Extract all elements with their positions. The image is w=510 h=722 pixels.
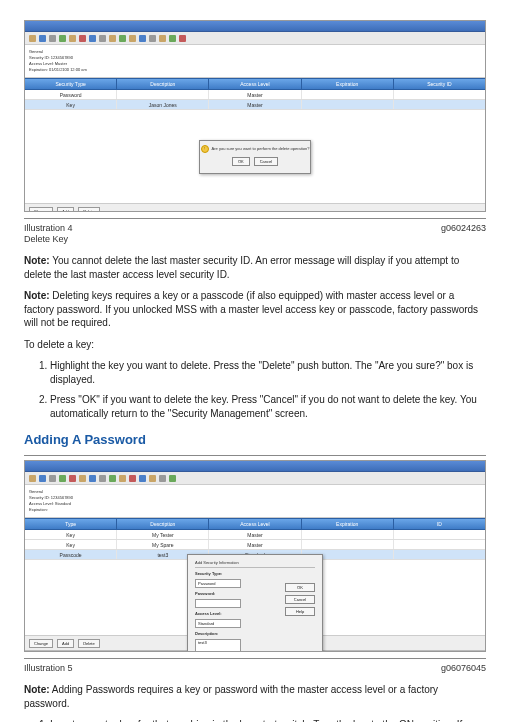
toolbar-icon[interactable] (119, 35, 126, 42)
toolbar-icon[interactable] (29, 35, 36, 42)
cell-level: Master (209, 530, 301, 539)
th-description: Description (117, 519, 209, 529)
app-toolbar (25, 472, 485, 485)
change-button[interactable]: Change (29, 207, 53, 213)
cell-exp (302, 540, 394, 549)
toolbar-icon[interactable] (169, 35, 176, 42)
dialog-title: Add Security Information (195, 560, 315, 568)
add-button[interactable]: Add (57, 639, 74, 648)
toolbar-icon[interactable] (139, 35, 146, 42)
toolbar-icon[interactable] (29, 475, 36, 482)
access-level-select[interactable]: Standard (195, 619, 241, 628)
note-paragraph: Note: Deleting keys requires a key or a … (24, 289, 486, 330)
table-header: Security Type Description Access Level E… (25, 78, 485, 90)
screenshot-add-password: General Security ID: 1234567890 Access L… (24, 460, 486, 652)
cancel-button[interactable]: Cancel (285, 595, 315, 604)
password-input[interactable] (195, 599, 241, 608)
toolbar-icon[interactable] (119, 475, 126, 482)
toolbar-icon[interactable] (109, 475, 116, 482)
paragraph: To delete a key: (24, 338, 486, 352)
cell-id (394, 540, 485, 549)
illustration-code: g06024263 (441, 223, 486, 233)
window-titlebar (25, 21, 485, 32)
info-expiration: Expiration: (29, 507, 48, 512)
list-item: Highlight the key you want to delete. Pr… (50, 359, 486, 386)
toolbar-icon[interactable] (129, 35, 136, 42)
toolbar-icon[interactable] (159, 475, 166, 482)
toolbar-icon[interactable] (99, 35, 106, 42)
th-expiration: Expiration (302, 79, 394, 89)
note-text: You cannot delete the last master securi… (24, 255, 459, 280)
cell-type: Key (25, 100, 117, 109)
toolbar-icon[interactable] (79, 475, 86, 482)
action-bar: Change Add Delete (25, 203, 485, 212)
toolbar-icon[interactable] (139, 475, 146, 482)
table-row[interactable]: Key My Tester Master (25, 530, 485, 540)
toolbar-icon[interactable] (129, 475, 136, 482)
cell-id (394, 90, 485, 99)
toolbar-icon[interactable] (39, 35, 46, 42)
toolbar-icon[interactable] (149, 35, 156, 42)
toolbar-icon[interactable] (39, 475, 46, 482)
ok-button[interactable]: OK (232, 157, 250, 166)
delete-steps-list: Highlight the key you want to delete. Pr… (24, 359, 486, 420)
toolbar-icon[interactable] (179, 35, 186, 42)
toolbar-icon[interactable] (169, 475, 176, 482)
toolbar-icon[interactable] (89, 35, 96, 42)
add-button[interactable]: Add (57, 207, 74, 213)
cell-id (394, 550, 485, 559)
table-row[interactable]: Key Jason Jones Master (25, 100, 485, 110)
security-type-select[interactable]: Password (195, 579, 241, 588)
description-input[interactable]: test3 (195, 639, 241, 652)
add-steps-list: Insert a master key for that machine in … (24, 718, 486, 722)
cell-exp (302, 90, 394, 99)
note-paragraph: Note: You cannot delete the last master … (24, 254, 486, 281)
cancel-button[interactable]: Cancel (254, 157, 278, 166)
toolbar-icon[interactable] (49, 475, 56, 482)
change-button[interactable]: Change (29, 639, 53, 648)
ok-button[interactable]: OK (285, 583, 315, 592)
document-page: General Security ID: 1234567890 Access L… (0, 0, 510, 722)
label-password: Password: (195, 591, 235, 596)
toolbar-icon[interactable] (79, 35, 86, 42)
label-security-type: Security Type: (195, 571, 235, 576)
cell-id (394, 100, 485, 109)
figure-caption: Illustration 4 g06024263 (24, 223, 486, 233)
toolbar-icon[interactable] (49, 35, 56, 42)
cell-type: Key (25, 530, 117, 539)
list-item: Insert a master key for that machine in … (50, 718, 486, 722)
toolbar-icon[interactable] (59, 475, 66, 482)
th-type: Type (25, 519, 117, 529)
illustration-label: Illustration 4 (24, 223, 73, 233)
toolbar-icon[interactable] (89, 475, 96, 482)
toolbar-icon[interactable] (149, 475, 156, 482)
table-empty-area: Add Security Information Security Type: … (25, 560, 485, 635)
table-row[interactable]: Password Master (25, 90, 485, 100)
cell-level: Master (209, 540, 301, 549)
delete-button[interactable]: Delete (78, 207, 100, 213)
illustration-subcaption: Delete Key (24, 234, 486, 244)
cell-type: Passcode (25, 550, 117, 559)
th-expiration: Expiration (302, 519, 394, 529)
toolbar-icon[interactable] (109, 35, 116, 42)
toolbar-icon[interactable] (99, 475, 106, 482)
cell-desc (117, 90, 209, 99)
toolbar-icon[interactable] (159, 35, 166, 42)
divider (24, 658, 486, 659)
th-security-type: Security Type (25, 79, 117, 89)
toolbar-icon[interactable] (69, 475, 76, 482)
cell-exp (302, 530, 394, 539)
figure-caption: Illustration 5 g06076045 (24, 663, 486, 673)
delete-button[interactable]: Delete (78, 639, 100, 648)
illustration-code: g06076045 (441, 663, 486, 673)
label-description: Description: (195, 631, 235, 636)
cell-level: Master (209, 100, 301, 109)
window-titlebar (25, 461, 485, 472)
app-toolbar (25, 32, 485, 45)
toolbar-icon[interactable] (59, 35, 66, 42)
cell-exp (302, 100, 394, 109)
help-button[interactable]: Help (285, 607, 315, 616)
toolbar-icon[interactable] (69, 35, 76, 42)
divider (24, 218, 486, 219)
table-row[interactable]: Key My Spare Master (25, 540, 485, 550)
